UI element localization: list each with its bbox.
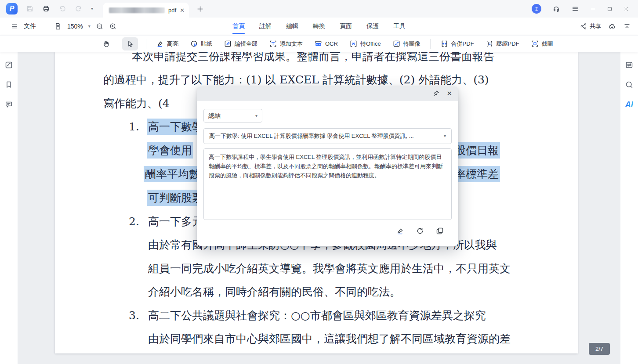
highlighted-text[interactable]: 酬率平均數 [145, 167, 200, 181]
document-line: 介紹小吃名稱，同時介紹有關的民俗、不同的吃法。 [55, 285, 578, 299]
share-button[interactable]: 共享 [580, 22, 601, 30]
ribbon-tab-tools[interactable]: 工具 [392, 21, 406, 32]
compress-pdf-icon [486, 40, 494, 48]
compress-pdf-label: 壓縮PDF [497, 40, 519, 48]
document-text: 高二下公共議題與社會探究：○○市都會區與郊區教育資源差異之探究 [148, 309, 486, 322]
menubar: 文件 150% ▾ 首頁註解編輯轉換頁面保護工具 共享 [0, 18, 638, 35]
sidebar-thumbnails-button[interactable] [4, 61, 13, 69]
ribbon-tab-annotate[interactable]: 註解 [258, 21, 272, 32]
summary-source-select[interactable]: 高一下數學: 使用 EXCEL 計算股價報酬率數據 學會使用 EXCEL 整理股… [203, 128, 452, 144]
screenshot-button[interactable]: 截圖 [529, 38, 555, 49]
ribbon-tab-page[interactable]: 頁面 [339, 21, 353, 32]
divider [146, 39, 146, 49]
undo-button[interactable] [58, 5, 66, 13]
print-button[interactable] [42, 5, 50, 13]
to-office-button[interactable]: 轉Office [348, 38, 383, 49]
collapse-button[interactable] [623, 22, 631, 30]
edit-all-button[interactable]: 編輯全部 [222, 38, 259, 49]
ribbon-tab-edit[interactable]: 編輯 [285, 21, 299, 32]
win-min-button[interactable] [590, 6, 596, 12]
add-text-button[interactable]: 添加文本 [267, 38, 304, 49]
headset-button[interactable] [552, 5, 560, 13]
dialog-close-icon[interactable]: ✕ [446, 90, 452, 97]
document-text: 寫作能力、(4 [103, 97, 170, 110]
titlebar: P ▾ pdf ✕ z [0, 0, 638, 18]
select-icon [126, 40, 134, 48]
sidebar-properties-button[interactable] [625, 61, 634, 69]
add-text-icon [269, 40, 277, 48]
save-button[interactable] [26, 5, 34, 13]
redo-button[interactable] [75, 5, 83, 13]
cloud-up-button[interactable] [608, 22, 616, 30]
to-image-button[interactable]: 轉圖像 [391, 38, 422, 49]
document-text: 介紹小吃名稱，同時介紹有關的民俗、不同的吃法。 [148, 285, 401, 299]
tab-close-icon[interactable]: ✕ [180, 7, 185, 14]
divider [430, 39, 431, 49]
dialog-header[interactable]: ✕ [197, 86, 458, 101]
document-line: 由於同學們來自市中心與郊區國中，這讓我們想了解不同區域教育資源的差 [55, 332, 578, 346]
pdf-editor-window: P ▾ pdf ✕ z 文件 150% ▾ 首頁註解編輯轉換頁面保護工具 [0, 0, 638, 364]
pin-icon[interactable] [433, 90, 440, 97]
to-image-label: 轉圖像 [403, 40, 420, 48]
ribbon-tab-convert[interactable]: 轉換 [312, 21, 326, 32]
compress-pdf-button[interactable]: 壓縮PDF [484, 38, 521, 49]
screenshot-icon [531, 40, 539, 48]
list-number: 1. [129, 120, 139, 134]
summary-copy-button[interactable] [435, 227, 444, 235]
summary-text-area[interactable]: 高一下數學課程中，學生學會使用 EXCEL 整理股價資訊，並利用函數計算特定期間… [203, 148, 452, 220]
ai-assistant-button[interactable]: AI [625, 100, 633, 109]
ocr-icon: OCR [314, 40, 323, 48]
win-close-button[interactable] [624, 6, 629, 12]
ribbon-tab-home[interactable]: 首頁 [232, 21, 246, 32]
ocr-button[interactable]: OCROCR [312, 38, 340, 49]
svg-text:OCR: OCR [316, 43, 321, 46]
share-icon [580, 22, 587, 30]
summary-source-value: 高一下數學: 使用 EXCEL 計算股價報酬率數據 學會使用 EXCEL 整理股… [209, 132, 444, 140]
merge-pdf-button[interactable]: 合併PDF [439, 38, 476, 49]
to-office-label: 轉Office [360, 40, 381, 48]
highlighted-text[interactable]: 學會使用 [148, 144, 192, 157]
summary-refresh-button[interactable] [416, 227, 424, 235]
sticker-button[interactable]: 貼紙 [188, 38, 214, 49]
chevron-down-icon: ▾ [444, 134, 446, 138]
document-text: 的過程中，提升了以下能力：(1) 以 EXCEL 計算統計數據、(2) 外語能力… [103, 73, 489, 86]
highlight-icon [156, 40, 164, 48]
to-office-icon [349, 40, 358, 48]
summary-mode-select[interactable]: 總結 ▾ [203, 109, 262, 123]
filename-suffix: pdf [168, 7, 176, 14]
menu-button[interactable] [571, 5, 579, 13]
ribbon-tab-protect[interactable]: 保護 [366, 21, 380, 32]
chevron-down-icon[interactable]: ▾ [91, 7, 93, 11]
right-sidebar: AI [620, 52, 638, 364]
highlight-button[interactable]: 高亮 [154, 38, 180, 49]
highlighted-text[interactable]: 可判斷股票 [148, 191, 203, 205]
document-text: 高一下多元 [148, 215, 203, 228]
sidebar-bookmarks-button[interactable] [4, 80, 13, 89]
highlight-label: 高亮 [167, 40, 178, 48]
hand-icon [102, 40, 110, 48]
win-max-button[interactable] [607, 6, 613, 12]
select-tool-button[interactable] [122, 37, 138, 50]
highlighted-text[interactable]: 高一下數學 [148, 120, 203, 133]
summary-highlight-button[interactable] [396, 227, 405, 235]
ocr-label: OCR [325, 40, 338, 47]
sidebar-comments-button[interactable] [4, 100, 13, 109]
sidebar-search-button[interactable] [625, 80, 634, 89]
new-tab-button[interactable] [196, 5, 204, 13]
merge-pdf-label: 合併PDF [451, 40, 474, 48]
list-number: 2. [129, 215, 139, 229]
edit-all-icon [224, 40, 232, 48]
document-text: 由於同學們來自市中心與郊區國中，這讓我們想了解不同區域教育資源的差 [148, 332, 511, 346]
document-tab[interactable]: pdf ✕ [103, 3, 189, 18]
left-sidebar [0, 52, 18, 364]
to-image-icon [392, 40, 401, 48]
chevron-down-icon: ▾ [255, 114, 257, 118]
highlighted-text[interactable]: 率標準差 [455, 167, 499, 181]
avatar[interactable]: z [532, 4, 541, 14]
ai-summary-dialog: ✕ 總結 ▾ 高一下數學: 使用 EXCEL 計算股價報酬率數據 學會使用 EX… [197, 86, 458, 246]
document-line: 的過程中，提升了以下能力：(1) 以 EXCEL 計算統計數據、(2) 外語能力… [55, 73, 578, 87]
list-number: 3. [129, 309, 139, 323]
hand-tool-button[interactable] [98, 37, 114, 50]
highlighted-text[interactable]: 股價日報 [455, 144, 499, 157]
app-logo: P [6, 3, 18, 14]
